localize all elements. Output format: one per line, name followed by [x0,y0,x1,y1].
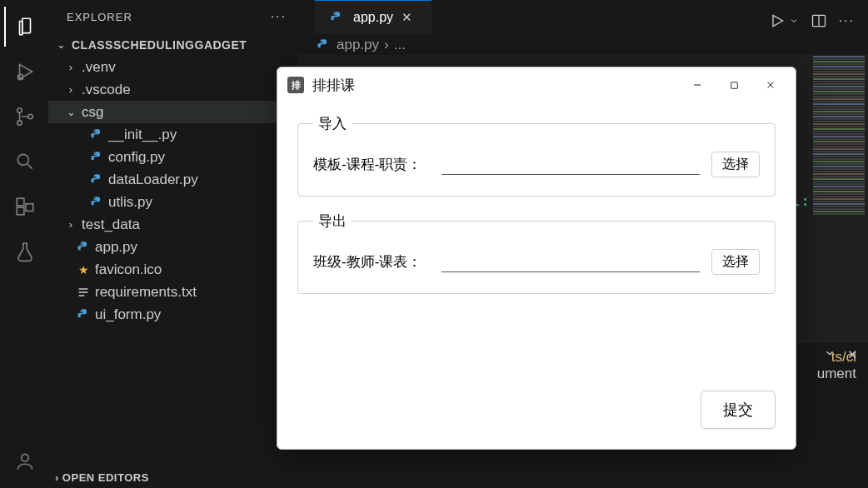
file-tree: ⌄ CLASSSCHEDULINGGADGET › .venv › .vscod… [48,33,298,326]
dialog-title: 排排课 [312,76,355,95]
svg-rect-6 [17,207,24,215]
export-path-input[interactable] [441,252,700,272]
chevron-down-icon: ⌄ [53,38,68,51]
python-file-icon [88,172,105,188]
explorer-more-icon[interactable]: ··· [271,9,292,24]
close-button[interactable] [752,72,789,98]
python-file-icon [315,37,332,53]
file-init[interactable]: __init__.py [48,123,298,146]
tree-label: requirements.txt [95,284,197,301]
terminal-close-icon[interactable]: ✕ [847,347,858,362]
run-debug-icon[interactable] [4,52,44,92]
import-browse-button[interactable]: 选择 [711,152,760,177]
svg-point-4 [17,154,28,165]
explorer-title: EXPLORER [67,11,132,23]
svg-rect-10 [731,82,737,88]
account-icon[interactable] [4,441,44,481]
svg-rect-7 [26,204,33,212]
run-icon[interactable] [769,12,786,29]
tree-label: favicon.ico [95,261,162,278]
file-config[interactable]: config.py [48,146,298,168]
file-app[interactable]: app.py [48,236,298,258]
tab-label: app.py [353,10,393,25]
source-control-icon[interactable] [4,97,44,137]
explorer-header: EXPLORER ··· [48,0,298,33]
python-file-icon [88,149,105,166]
project-name-label: CLASSSCHEDULINGGADGET [72,38,247,52]
editor-more-icon[interactable]: ··· [839,13,855,28]
tree-label: utlis.py [108,194,152,211]
file-requirements[interactable]: requirements.txt [48,281,298,303]
extensions-icon[interactable] [4,187,44,227]
app-icon: 排 [287,77,304,93]
chevron-down-icon: ⌄ [63,106,78,118]
editor-title-actions: ··· [769,0,868,42]
close-icon[interactable]: ✕ [402,10,412,25]
chevron-right-icon: › [63,61,78,73]
file-favicon[interactable]: ★ favicon.ico [48,258,298,281]
svg-point-1 [17,108,22,112]
svg-point-2 [17,121,22,125]
tree-label: .venv [82,59,116,76]
export-fieldset: 导出 班级-教师-课表： 选择 [297,212,776,294]
text-file-icon [75,284,92,301]
testing-icon[interactable] [4,232,44,271]
maximize-button[interactable] [716,72,752,98]
breadcrumb-sep: › [384,37,389,53]
activity-bar [0,0,48,488]
svg-point-3 [28,114,32,118]
python-file-icon [328,9,345,26]
chevron-right-icon: › [63,83,78,96]
tree-label: __init__.py [108,127,177,143]
tree-label: app.py [95,239,137,256]
tree-label: csg [82,104,103,121]
breadcrumb-more: ... [394,37,406,53]
python-file-icon [75,306,92,323]
tab-app-py[interactable]: app.py ✕ [315,0,432,33]
export-legend: 导出 [313,212,352,231]
minimize-button[interactable] [679,72,716,98]
dialog-titlebar[interactable]: 排 排排课 [277,67,796,102]
favicon-icon: ★ [75,261,92,278]
file-ui-form[interactable]: ui_form.py [48,303,298,326]
chevron-right-icon: › [63,218,78,231]
folder-csg[interactable]: ⌄ csg [48,101,298,123]
explorer-sidebar: EXPLORER ··· ⌄ CLASSSCHEDULINGGADGET › .… [48,0,298,488]
svg-point-8 [22,454,29,461]
file-utlis[interactable]: utlis.py [48,191,298,213]
open-editors-section[interactable]: › OPEN EDITORS [48,466,298,488]
folder-venv[interactable]: › .venv [48,56,298,78]
terminal-text: ument [817,366,856,381]
editor-titlebar: app.py ✕ ··· [298,0,868,42]
breadcrumb-file: app.py [337,37,379,53]
tree-label: .vscode [82,82,131,98]
file-dataLoader[interactable]: dataLoader.py [48,168,298,191]
run-dropdown-icon[interactable] [789,16,799,26]
folder-test-data[interactable]: › test_data [48,213,298,236]
tree-label: test_data [82,217,140,233]
search-icon[interactable] [4,142,44,182]
svg-rect-5 [17,198,24,206]
split-editor-icon[interactable] [811,12,827,29]
explorer-icon[interactable] [4,7,44,47]
import-path-input[interactable] [441,155,700,175]
export-label: 班级-教师-课表： [313,252,436,271]
folder-vscode[interactable]: › .vscode [48,78,298,101]
python-file-icon [75,239,92,256]
import-legend: 导入 [313,114,352,133]
tree-label: ui_form.py [95,306,161,323]
app-dialog: 排 排排课 导入 模板-课程-职责： 选择 导出 班级-教师-课表： 选择 [277,67,796,450]
python-file-icon [88,127,105,143]
tree-label: config.py [108,149,165,166]
terminal-dropdown-icon[interactable] [824,347,836,362]
project-root[interactable]: ⌄ CLASSSCHEDULINGGADGET [48,33,298,56]
submit-button[interactable]: 提交 [701,391,776,429]
python-file-icon [88,194,105,211]
import-label: 模板-课程-职责： [313,155,436,174]
import-fieldset: 导入 模板-课程-职责： 选择 [297,114,776,197]
tree-label: dataLoader.py [108,172,198,188]
breadcrumb[interactable]: app.py › ... [315,37,406,53]
export-browse-button[interactable]: 选择 [711,249,760,275]
open-editors-label: OPEN EDITORS [62,471,149,484]
chevron-right-icon: › [55,471,59,484]
